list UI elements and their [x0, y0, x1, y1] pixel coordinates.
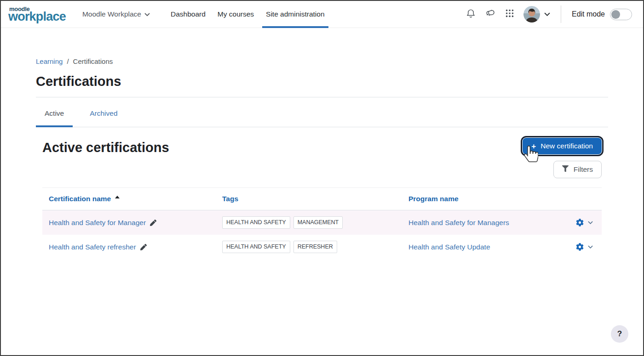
program-link[interactable]: Health and Safety for Managers: [408, 219, 509, 226]
column-header-tags[interactable]: Tags: [222, 195, 408, 203]
row-actions: [576, 243, 602, 251]
help-button[interactable]: ?: [611, 325, 628, 343]
certification-link[interactable]: Health and Safety refresher: [49, 243, 136, 251]
nav-my-courses-label: My courses: [218, 10, 254, 18]
user-menu[interactable]: [523, 6, 550, 23]
edit-pencil-icon[interactable]: [140, 244, 147, 250]
sort-asc-icon: [115, 196, 120, 198]
edit-pencil-icon[interactable]: [150, 220, 156, 226]
tag-badge: HEALTH AND SAFETY: [222, 216, 290, 229]
certifications-table: Certification name Tags Program name Hea…: [42, 187, 602, 259]
tag-badge: HEALTH AND SAFETY: [222, 241, 290, 253]
nav-my-courses[interactable]: My courses: [214, 1, 258, 28]
program-name-cell: Health and Safety Update: [408, 243, 576, 251]
page-title: Certifications: [36, 74, 608, 89]
row-actions: [576, 219, 602, 226]
breadcrumb-current: Certifications: [73, 57, 113, 65]
edit-mode-toggle[interactable]: [610, 9, 632, 20]
chevron-down-icon[interactable]: [588, 221, 593, 225]
program-name-header-label: Program name: [408, 195, 459, 203]
chevron-down-icon[interactable]: [588, 245, 593, 249]
breadcrumb: Learning / Certifications: [36, 57, 608, 65]
program-link[interactable]: Health and Safety Update: [408, 243, 490, 251]
table-row: Health and Safety refresher HEALTH AND S…: [42, 235, 602, 259]
filters-button[interactable]: Filters: [553, 161, 602, 178]
tab-active[interactable]: Active: [36, 97, 73, 127]
certification-name-cell: Health and Safety refresher: [49, 243, 222, 251]
nav-site-administration[interactable]: Site administration: [262, 1, 328, 28]
notifications-button[interactable]: [466, 8, 476, 21]
nav-dashboard-label: Dashboard: [171, 10, 206, 18]
certification-name-cell: Health and Safety for Manager: [49, 219, 222, 227]
edit-mode-control: Edit mode: [572, 9, 632, 20]
chevron-down-icon: [544, 10, 550, 18]
gear-icon[interactable]: [576, 219, 584, 226]
tags-cell: HEALTH AND SAFETY REFRESHER: [222, 241, 408, 253]
primary-nav: Dashboard My courses Site administration: [165, 1, 331, 28]
avatar: [523, 6, 540, 23]
tenant-selector[interactable]: Moodle Workplace: [82, 10, 150, 18]
filter-funnel-icon: [562, 165, 569, 174]
certification-link[interactable]: Health and Safety for Manager: [49, 219, 146, 227]
certification-name-header-label: Certification name: [49, 195, 111, 203]
help-label: ?: [617, 329, 622, 339]
new-certification-label: New certification: [540, 142, 593, 150]
nav-site-administration-label: Site administration: [266, 10, 325, 18]
main-content: Learning / Certifications Certifications…: [1, 28, 643, 259]
table-row: Health and Safety for Manager HEALTH AND…: [42, 210, 602, 235]
program-name-cell: Health and Safety for Managers: [408, 219, 576, 227]
tab-archived[interactable]: Archived: [81, 97, 126, 127]
tenant-label: Moodle Workplace: [82, 10, 141, 18]
tab-active-label: Active: [45, 109, 64, 117]
messages-button[interactable]: [485, 8, 496, 21]
breadcrumb-learning-link[interactable]: Learning: [36, 57, 63, 65]
tab-archived-label: Archived: [90, 109, 117, 117]
logo-text-workplace: workplace: [8, 11, 66, 23]
filters-label: Filters: [574, 165, 593, 174]
top-header: moodle workplace Moodle Workplace Dashbo…: [1, 1, 643, 28]
tags-cell: HEALTH AND SAFETY MANAGEMENT: [222, 216, 408, 229]
column-header-certification-name[interactable]: Certification name: [49, 195, 222, 203]
new-certification-button[interactable]: + New certification: [523, 138, 602, 154]
section-title: Active certifications: [42, 138, 169, 155]
chat-icon: [485, 8, 496, 21]
gear-icon[interactable]: [576, 243, 584, 251]
column-header-program-name[interactable]: Program name: [408, 195, 576, 203]
breadcrumb-separator: /: [67, 57, 69, 65]
tags-header-label: Tags: [222, 195, 238, 203]
active-tab-content: Active certifications + New certificatio…: [36, 138, 608, 259]
moodle-workplace-logo[interactable]: moodle workplace: [8, 6, 66, 23]
table-header-row: Certification name Tags Program name: [42, 187, 602, 210]
toggle-knob: [611, 10, 620, 19]
tag-badge: MANAGEMENT: [293, 216, 343, 229]
app-launcher-button[interactable]: [505, 8, 515, 20]
tabs-bar: Active Archived: [36, 97, 608, 127]
nav-dashboard[interactable]: Dashboard: [167, 1, 209, 28]
header-divider: [561, 6, 561, 23]
bell-icon: [466, 8, 476, 21]
plus-icon: +: [531, 142, 536, 150]
edit-mode-label: Edit mode: [572, 10, 605, 18]
chevron-down-icon: [144, 10, 150, 18]
section-header: Active certifications + New certificatio…: [42, 138, 602, 178]
tag-badge: REFRESHER: [293, 241, 337, 253]
section-buttons: + New certification Filters: [523, 138, 602, 178]
header-actions: Edit mode: [466, 6, 632, 23]
grid-icon: [505, 8, 515, 20]
